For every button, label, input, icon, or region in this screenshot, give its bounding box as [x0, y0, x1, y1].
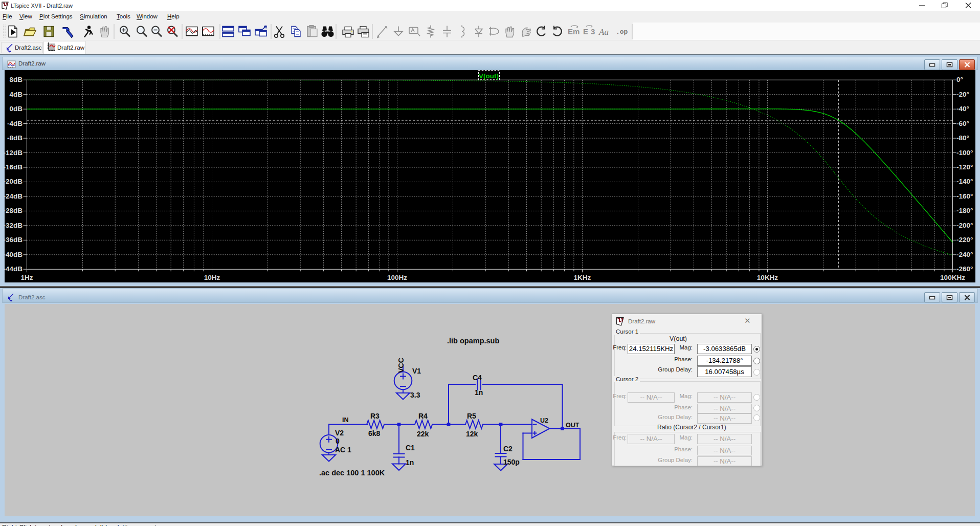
- svg-text:-80°: -80°: [956, 134, 969, 142]
- svg-text:-160°: -160°: [956, 192, 973, 200]
- svg-text:1n: 1n: [475, 388, 483, 397]
- svg-text:-20°: -20°: [956, 91, 969, 98]
- svg-text:100Hz: 100Hz: [387, 274, 407, 281]
- svg-text:E: E: [583, 27, 588, 36]
- svg-text:-200°: -200°: [956, 222, 973, 229]
- svg-text:-4dB: -4dB: [7, 120, 23, 127]
- svg-text:-20dB: -20dB: [5, 178, 23, 185]
- svg-text:-60°: -60°: [956, 120, 969, 127]
- svg-text:3.3: 3.3: [410, 391, 420, 399]
- svg-text:8dB: 8dB: [9, 76, 23, 83]
- svg-text:-120°: -120°: [956, 163, 973, 171]
- svg-text:10Hz: 10Hz: [204, 274, 220, 281]
- svg-text:V(out): V(out): [479, 72, 499, 80]
- svg-text:-8dB: -8dB: [7, 134, 23, 142]
- svg-text:R3: R3: [370, 412, 380, 420]
- svg-text:R4: R4: [418, 412, 428, 420]
- svg-text:IN: IN: [342, 417, 349, 424]
- svg-text:12k: 12k: [466, 430, 478, 438]
- svg-text:22k: 22k: [417, 430, 429, 438]
- svg-text:0°: 0°: [956, 76, 963, 83]
- svg-text:.op: .op: [616, 28, 628, 36]
- svg-text:150p: 150p: [503, 458, 520, 466]
- svg-text:-140°: -140°: [956, 178, 973, 185]
- svg-text:10KHz: 10KHz: [757, 274, 778, 281]
- svg-text:1n: 1n: [406, 458, 414, 467]
- svg-text:-220°: -220°: [956, 236, 973, 244]
- svg-text:V1: V1: [412, 367, 421, 375]
- svg-text:-24dB: -24dB: [5, 192, 23, 200]
- svg-text:1Hz: 1Hz: [20, 274, 33, 281]
- svg-text:R5: R5: [467, 412, 476, 420]
- svg-text:-260°: -260°: [956, 265, 973, 273]
- svg-text:-12dB: -12dB: [5, 149, 23, 157]
- svg-text:C1: C1: [406, 444, 415, 452]
- svg-text:Aa: Aa: [598, 27, 609, 37]
- svg-text:-40°: -40°: [956, 105, 969, 113]
- svg-text:AC 1: AC 1: [335, 446, 351, 454]
- svg-text:6k8: 6k8: [368, 429, 381, 437]
- svg-text:100KHz: 100KHz: [940, 274, 965, 281]
- svg-text:-100°: -100°: [956, 149, 973, 157]
- svg-text:3: 3: [591, 27, 595, 36]
- svg-text:-44dB: -44dB: [5, 265, 23, 273]
- svg-text:VCC: VCC: [397, 358, 405, 373]
- svg-text:-16dB: -16dB: [5, 163, 23, 171]
- svg-text:4dB: 4dB: [9, 91, 23, 98]
- svg-text:.ac dec 100 1 100K: .ac dec 100 1 100K: [319, 469, 385, 477]
- svg-text:-32dB: -32dB: [5, 222, 23, 229]
- svg-text:-28dB: -28dB: [5, 207, 23, 214]
- svg-text:C2: C2: [503, 445, 513, 453]
- svg-text:OUT: OUT: [566, 422, 580, 429]
- svg-text:.lib opamp.sub: .lib opamp.sub: [447, 337, 499, 345]
- svg-text:1KHz: 1KHz: [574, 274, 591, 281]
- svg-text:-180°: -180°: [956, 207, 973, 214]
- svg-text:-40dB: -40dB: [5, 251, 23, 258]
- svg-text:0dB: 0dB: [9, 105, 23, 113]
- svg-text:-240°: -240°: [956, 251, 973, 258]
- svg-text:Em: Em: [568, 27, 580, 36]
- svg-text:V2: V2: [335, 429, 344, 437]
- svg-text:U2: U2: [540, 417, 548, 424]
- svg-text:0: 0: [336, 437, 340, 445]
- svg-text:-36dB: -36dB: [5, 236, 23, 244]
- svg-text:C4: C4: [473, 374, 482, 382]
